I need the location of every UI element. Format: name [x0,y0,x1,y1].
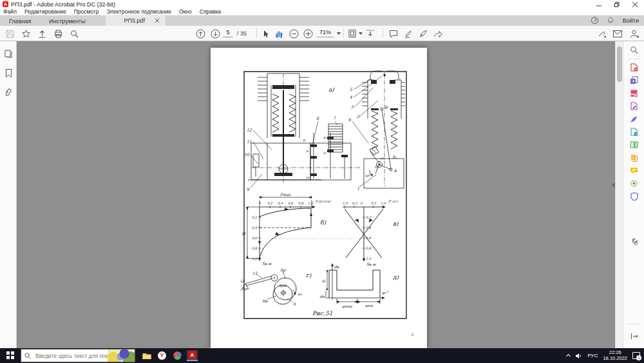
document-area: а) 5 4 3 2 6 8 7 12 11 10 9 1 В А D S₂ [0,41,644,348]
menu-esign[interactable]: Электронное подписание [107,8,171,15]
sign-in-link[interactable]: Войти [623,17,639,24]
page-number-input[interactable]: 5 [223,29,233,37]
page-fit-caret-icon[interactable] [359,32,363,35]
restore-button[interactable] [614,2,620,7]
bookmarks-icon[interactable] [3,68,14,78]
comment-icon[interactable] [388,28,399,39]
print-icon[interactable] [52,28,64,39]
panel-search-icon[interactable] [629,45,639,55]
split-pages-icon[interactable] [629,140,639,150]
save-icon[interactable] [4,28,15,39]
tab-close-icon[interactable] [155,19,159,23]
share-upload-icon[interactable] [36,28,48,39]
protect-shield-icon[interactable] [629,191,639,201]
search-icon[interactable] [68,28,80,39]
graph-b-y1: 0,2 [252,215,258,219]
zoom-level-input[interactable]: 71% [317,29,334,37]
tab-home[interactable]: Главная [0,15,40,26]
profile-label-dn: dн [319,294,325,299]
export-pdf-icon[interactable] [629,127,639,137]
figure-51-drawing: а) 5 4 3 2 6 8 7 12 11 10 9 1 В А D S₂ [211,48,427,348]
vertical-scrollbar[interactable] [615,41,623,348]
page-thumbnails-icon[interactable] [3,48,14,59]
previous-page-icon[interactable] [194,28,206,39]
taskbar-search[interactable] [21,349,135,362]
keyboard-language[interactable]: РУС [587,353,598,358]
app-sphere-icon[interactable] [172,350,183,361]
email-icon[interactable] [612,28,623,39]
menu-view[interactable]: Просмотр [74,8,99,15]
help-icon[interactable]: ? [591,17,598,25]
figure-label-S2: S₂ [392,155,397,160]
combine-files-icon[interactable] [629,75,639,85]
graph-b-x0: 0 [258,201,261,205]
menu-bar: Файл Редактирование Просмотр Электронное… [0,8,644,15]
close-button[interactable] [632,2,638,7]
figure-label-omega1a: ω₁ [380,156,384,160]
graph-b-y5: 1,0 [252,257,258,260]
attachments-paperclip-icon[interactable] [3,87,14,97]
menu-file[interactable]: Файл [3,8,17,15]
search-daily-image[interactable] [108,349,135,362]
graph-v-ylabel: Sв.м. [366,262,377,266]
search-input[interactable] [33,353,108,359]
minimize-button[interactable] [596,2,601,7]
page-number: 5 [411,332,414,337]
organize-pages-icon[interactable] [629,88,639,98]
tray-expand-icon[interactable] [566,354,571,358]
edit-pdf-icon[interactable] [629,101,639,111]
cam-label-drab: δраб [279,284,287,288]
svg-text:?: ? [593,18,596,23]
fill-sign-icon[interactable] [417,28,429,39]
figure-label-4: 4 [350,95,353,100]
next-page-icon[interactable] [209,28,221,39]
figure-label-z3: z₃ [306,175,310,179]
action-center-icon[interactable]: 1 [632,352,640,359]
cam-label-11: 11 [252,271,258,275]
star-favorites-icon[interactable] [20,28,32,39]
figure-label-z2: z₂ [323,151,327,155]
scrolling-mode-icon[interactable] [365,28,376,39]
yandex-browser-icon[interactable]: Y [156,350,167,361]
stamp-tool-icon[interactable] [629,179,639,188]
expand-panel-icon[interactable] [629,331,639,341]
menu-edit[interactable]: Редактирование [24,8,66,15]
panel-collapse-icon[interactable] [612,182,615,188]
create-pdf-icon[interactable] [629,63,639,72]
zoom-dropdown-caret-icon[interactable] [337,32,341,35]
select-tool-icon[interactable] [260,28,271,39]
notifications-bell-icon[interactable] [607,17,614,25]
toolbar-separator [256,28,257,38]
hand-tool-icon[interactable] [273,28,285,39]
volume-icon[interactable] [575,350,582,362]
figure-label-a: а) [328,86,334,93]
toolbar-separator [383,28,383,38]
window-title: РП3.pdf - Adobe Acrobat Pro DC (32-bit) [11,1,115,8]
pdf-page: а) 5 4 3 2 6 8 7 12 11 10 9 1 В А D S₂ [211,48,427,348]
graph-b-y3: 0,6 [252,236,258,240]
clock[interactable]: 22:26 18.10.2022 [603,350,627,361]
tab-tools[interactable]: Инструменты [40,15,94,26]
acrobat-taskbar-icon[interactable]: A [187,350,198,361]
scrollbar-thumb[interactable] [617,46,622,82]
comment-tool-icon[interactable] [629,166,639,175]
page-fit-icon[interactable] [346,28,358,39]
start-button[interactable] [6,351,14,359]
profile-label-fpod: φпод [342,304,353,309]
menu-help[interactable]: Справка [200,8,221,15]
figure-label-5: 5 [350,87,353,92]
menu-window[interactable]: Окно [179,8,192,15]
acrobat-logo-icon: A [3,1,8,7]
zoom-in-icon[interactable] [302,28,314,39]
add-account-icon[interactable] [629,28,640,39]
file-explorer-icon[interactable] [141,350,152,361]
system-tray: РУС 22:26 18.10.2022 1 [567,348,644,363]
request-signature-icon[interactable] [596,28,608,39]
zoom-out-icon[interactable] [288,28,299,39]
copy-file-icon[interactable] [629,153,639,162]
highlight-pen-icon[interactable] [402,28,414,39]
send-forward-icon[interactable] [432,28,444,39]
fill-and-sign-icon[interactable] [629,114,639,124]
tab-document[interactable]: РП3.pdf [106,15,166,26]
more-tools-icon[interactable] [629,237,639,246]
